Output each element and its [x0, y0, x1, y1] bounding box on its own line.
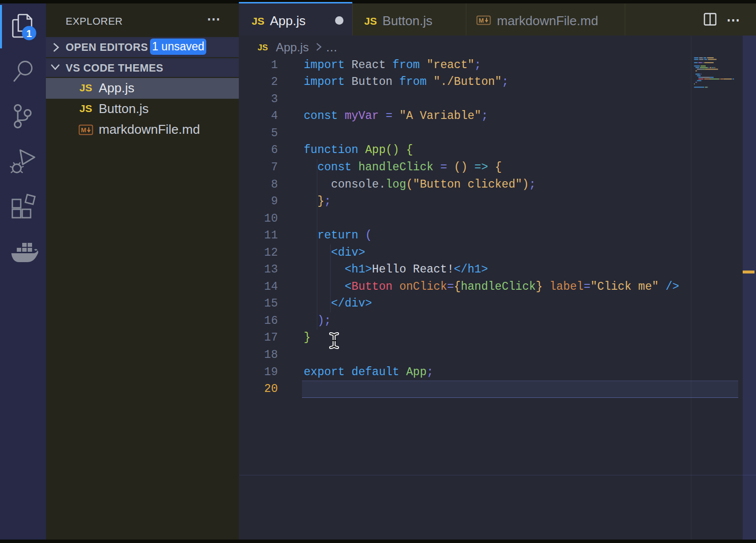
svg-text:1: 1	[26, 28, 32, 39]
svg-text:M: M	[81, 126, 86, 134]
svg-text:M: M	[479, 17, 484, 24]
